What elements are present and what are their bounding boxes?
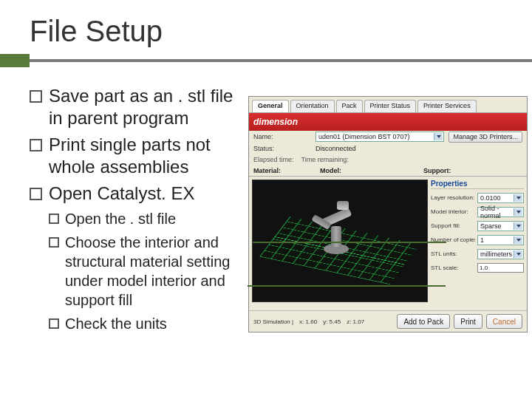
printer-name-value: uden01 (Dimension BST 0707) [318,133,409,140]
sim-readout: 3D Simulation | x: 1.60 y: 5.45 z: 1.07 [253,318,393,325]
sim-z: z: 1.07 [347,318,364,325]
label-elapsed: Elapsed time: [253,156,294,163]
slide-title: File Setup [30,15,532,48]
label-stl-units: STL units: [431,250,475,257]
slide: File Setup Save part as an . stl file in… [0,0,532,399]
prop-model-interior: Model interior: Solid - normal [431,206,524,217]
divider-bar [30,59,532,62]
chevron-down-icon [516,253,521,256]
prop-stl-units: STL units: millimeters [431,248,524,259]
row-status: Status: Disconnected [249,143,527,154]
chevron-down-icon [516,197,521,200]
tab-printer-services[interactable]: Printer Services [417,100,477,112]
subbullet-open-stl: Open the . stl file [49,209,251,228]
bullet-open-catalyst: Open Catalyst. EX Open the . stl file Ch… [30,183,251,333]
sim-label: 3D Simulation | [253,318,293,325]
value-number-copies: 1 [480,236,484,244]
value-model-interior: Solid - normal [480,205,513,219]
accent-bar [0,54,30,67]
dd-model-interior[interactable]: Solid - normal [477,207,524,217]
label-support-fill: Support fill: [431,222,475,229]
label-name: Name: [253,133,311,140]
subbullet-choose-interior: Choose the interior and structural mater… [49,233,251,310]
viewport-3d[interactable] [252,180,428,302]
label-remaining: Time remaining: [301,156,349,163]
callout-line-1 [253,242,446,243]
bullet-open-catalyst-label: Open Catalyst. EX [49,183,194,203]
value-stl-scale: 1.0 [480,265,488,271]
chevron-down-icon [516,211,521,214]
chevron-down-icon [516,225,521,228]
row-times: Elapsed time: Time remaining: [249,154,527,165]
dimension-logo: dimension [253,117,298,127]
properties-panel: Properties Layer resolution: 0.0100 Mode… [428,177,527,302]
main-area: Properties Layer resolution: 0.0100 Mode… [249,177,527,302]
sim-x: x: 1.60 [299,318,317,325]
prop-stl-scale: STL scale: 1.0 [431,262,524,273]
robot-model [310,200,362,259]
robot-head [337,201,349,210]
bottom-bar: 3D Simulation | x: 1.60 y: 5.45 z: 1.07 … [249,310,527,332]
subbullet-check-units: Check the units [49,314,251,333]
prop-support-fill: Support fill: Sparse [431,220,524,231]
printer-name-dropdown[interactable]: uden01 (Dimension BST 0707) [316,132,444,142]
chevron-down-icon [516,239,521,242]
prop-number-copies: Number of copies: 1 [431,234,524,245]
label-model-interior: Model interior: [431,208,475,215]
robot-column [331,226,341,247]
tab-printer-status[interactable]: Printer Status [364,100,417,112]
value-stl-units: millimeters [480,250,512,258]
prop-layer-resolution: Layer resolution: 0.0100 [431,192,524,203]
tab-pack[interactable]: Pack [336,100,363,112]
input-stl-scale[interactable]: 1.0 [477,263,524,273]
dd-layer-resolution[interactable]: 0.0100 [477,193,524,203]
dd-stl-units[interactable]: millimeters [477,249,524,259]
top-bullets: Save part as an . stl file in parent pro… [30,85,251,333]
value-support-fill: Sparse [480,222,502,230]
callout-line-2 [248,285,446,287]
dd-number-copies[interactable]: 1 [477,235,524,245]
row-name: Name: uden01 (Dimension BST 0707) Manage… [249,131,527,143]
title-rule [0,54,532,67]
col-model: Model: [320,167,423,174]
manage-printers-button[interactable]: Manage 3D Printers... [449,132,522,143]
bullet-print-single: Print single parts not whole assemblies [30,134,251,178]
add-to-pack-button[interactable]: Add to Pack [397,314,450,329]
label-status: Status: [253,145,311,152]
value-layer-resolution: 0.0100 [480,194,501,202]
value-status: Disconnected [316,145,356,152]
columns-header: Material: Model: Support: [249,165,527,177]
tab-strip: General Orientation Pack Printer Status … [249,97,527,113]
chevron-down-icon [437,135,441,138]
tab-orientation[interactable]: Orientation [290,100,335,112]
print-button[interactable]: Print [454,314,482,329]
label-stl-scale: STL scale: [431,265,475,271]
col-support: Support: [423,167,522,174]
bullet-save-stl: Save part as an . stl file in parent pro… [30,85,251,129]
col-material: Material: [253,167,320,174]
bullet-column: Save part as an . stl file in parent pro… [0,85,251,338]
sim-y: y: 5.45 [323,318,341,325]
sub-bullets: Open the . stl file Choose the interior … [49,205,251,333]
catalyst-window: General Orientation Pack Printer Status … [248,96,528,332]
tab-general[interactable]: General [252,100,289,112]
cancel-button[interactable]: Cancel [486,314,522,329]
brand-band: dimension [249,113,527,131]
label-layer-resolution: Layer resolution: [431,194,475,201]
properties-title: Properties [431,180,524,189]
dd-support-fill[interactable]: Sparse [477,221,524,231]
